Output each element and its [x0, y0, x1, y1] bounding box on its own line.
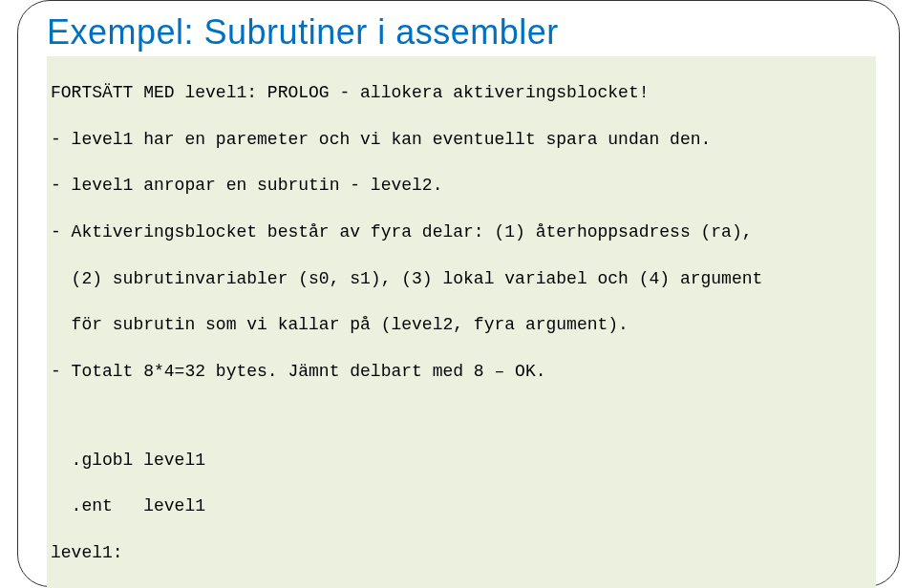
code-line: .globl level1 — [51, 449, 872, 472]
explain-line: FORTSÄTT MED level1: PROLOG - allokera a… — [51, 81, 872, 104]
code-line: level1: — [51, 541, 872, 564]
slide-body: FORTSÄTT MED level1: PROLOG - allokera a… — [47, 56, 876, 588]
explain-line: för subrutin som vi kallar på (level2, f… — [51, 313, 872, 336]
slide-title: Exempel: Subrutiner i assembler — [47, 12, 876, 52]
explain-line: - Aktiveringsblocket består av fyra dela… — [51, 220, 872, 243]
slide-frame: Exempel: Subrutiner i assembler FORTSÄTT… — [17, 0, 900, 587]
explain-line: (2) subrutinvariabler (s0, s1), (3) loka… — [51, 267, 872, 290]
explain-line: - level1 anropar en subrutin - level2. — [51, 174, 872, 197]
explain-line: - Totalt 8*4=32 bytes. Jämnt delbart med… — [51, 360, 872, 383]
code-line: .ent level1 — [51, 494, 872, 517]
slide: Exempel: Subrutiner i assembler FORTSÄTT… — [0, 0, 917, 588]
explain-line: - level1 har en paremeter och vi kan eve… — [51, 128, 872, 151]
code-block: .globl level1 .ent level1 level1: sw a0,… — [51, 425, 872, 588]
